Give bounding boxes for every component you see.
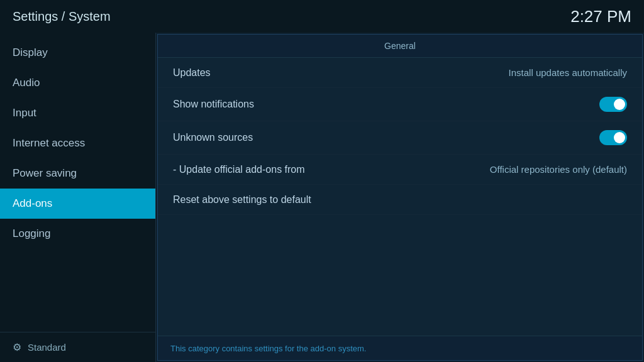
- sidebar-item-logging[interactable]: Logging: [0, 219, 155, 249]
- gear-icon: ⚙: [13, 341, 21, 353]
- setting-row-updates[interactable]: UpdatesInstall updates automatically: [158, 58, 642, 88]
- content-area: General UpdatesInstall updates automatic…: [157, 34, 643, 361]
- sidebar-item-internet-access[interactable]: Internet access: [0, 128, 155, 158]
- header: Settings / System 2:27 PM: [0, 0, 644, 33]
- setting-row-update-official-addons[interactable]: - Update official add-ons fromOfficial r…: [158, 155, 642, 185]
- setting-value-updates: Install updates automatically: [509, 67, 627, 78]
- sidebar-item-display[interactable]: Display: [0, 38, 155, 68]
- sidebar-item-input[interactable]: Input: [0, 98, 155, 128]
- setting-row-show-notifications[interactable]: Show notifications: [158, 88, 642, 121]
- setting-row-reset-settings[interactable]: Reset above settings to default: [158, 185, 642, 215]
- setting-value-update-official-addons: Official repositories only (default): [490, 164, 627, 175]
- sidebar-footer-label: Standard: [28, 342, 66, 353]
- settings-list: UpdatesInstall updates automaticallyShow…: [158, 58, 642, 215]
- toggle-unknown-sources[interactable]: [599, 130, 627, 145]
- setting-label-updates: Updates: [173, 67, 211, 79]
- sidebar-nav: DisplayAudioInputInternet accessPower sa…: [0, 33, 155, 332]
- setting-label-unknown-sources: Unknown sources: [173, 132, 253, 143]
- setting-label-show-notifications: Show notifications: [173, 99, 254, 110]
- main-layout: DisplayAudioInputInternet accessPower sa…: [0, 33, 644, 362]
- section-header: General: [158, 35, 642, 58]
- sidebar: DisplayAudioInputInternet accessPower sa…: [0, 33, 156, 362]
- setting-label-update-official-addons: - Update official add-ons from: [173, 164, 305, 175]
- status-text: This category contains settings for the …: [170, 344, 366, 353]
- toggle-show-notifications[interactable]: [599, 97, 627, 112]
- page-title: Settings / System: [13, 9, 111, 24]
- sidebar-footer: ⚙ Standard: [0, 332, 155, 362]
- sidebar-item-audio[interactable]: Audio: [0, 68, 155, 98]
- content-inner: General UpdatesInstall updates automatic…: [158, 35, 642, 336]
- status-bar: This category contains settings for the …: [158, 336, 642, 360]
- sidebar-item-power-saving[interactable]: Power saving: [0, 158, 155, 189]
- clock: 2:27 PM: [570, 7, 631, 26]
- sidebar-item-add-ons[interactable]: Add-ons: [0, 189, 155, 219]
- setting-label-reset-settings: Reset above settings to default: [173, 194, 311, 206]
- setting-row-unknown-sources[interactable]: Unknown sources: [158, 121, 642, 155]
